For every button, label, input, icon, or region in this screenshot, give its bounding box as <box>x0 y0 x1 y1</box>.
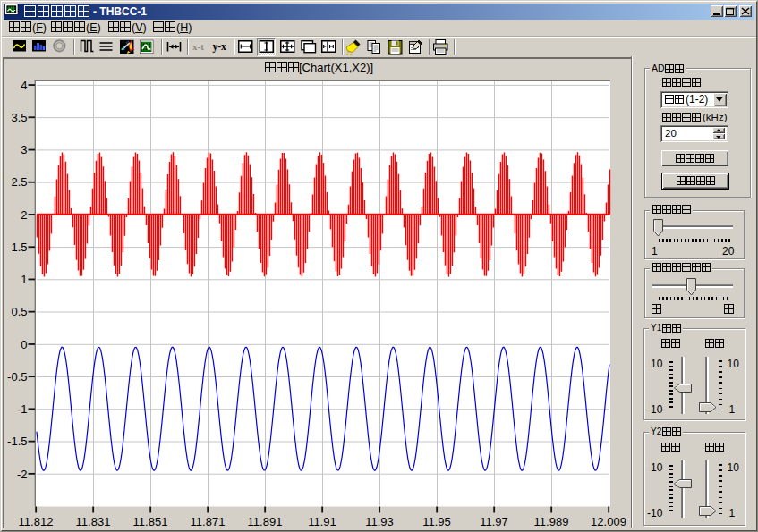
svg-text:2: 2 <box>21 208 27 222</box>
svg-text:11.891: 11.891 <box>248 515 283 528</box>
svg-text:11.95: 11.95 <box>422 515 451 528</box>
svg-text:12.009: 12.009 <box>591 515 626 528</box>
svg-text:-1: -1 <box>17 402 28 416</box>
svg-text:11.831: 11.831 <box>76 515 111 528</box>
svg-text:3.5: 3.5 <box>11 111 27 124</box>
svg-text:11.851: 11.851 <box>133 515 168 528</box>
svg-text:0.5: 0.5 <box>11 305 27 318</box>
svg-text:11.871: 11.871 <box>191 515 226 528</box>
svg-text:2.5: 2.5 <box>11 175 27 189</box>
svg-text:-2: -2 <box>17 468 28 481</box>
svg-text:4: 4 <box>21 79 27 92</box>
svg-text:11.989: 11.989 <box>534 515 569 528</box>
svg-text:-0.5: -0.5 <box>7 370 27 384</box>
svg-text:11.812: 11.812 <box>19 515 54 528</box>
svg-text:3: 3 <box>21 143 27 156</box>
svg-text:1.5: 1.5 <box>11 241 27 254</box>
svg-text:11.91: 11.91 <box>308 515 336 528</box>
svg-text:0: 0 <box>21 338 27 351</box>
svg-text:-1.5: -1.5 <box>7 435 27 448</box>
svg-text:11.93: 11.93 <box>365 515 394 528</box>
svg-text:1: 1 <box>21 273 27 286</box>
svg-text:y-x: y-x <box>213 41 227 53</box>
svg-text:x-t: x-t <box>192 41 204 52</box>
svg-text:11.97: 11.97 <box>480 515 508 528</box>
